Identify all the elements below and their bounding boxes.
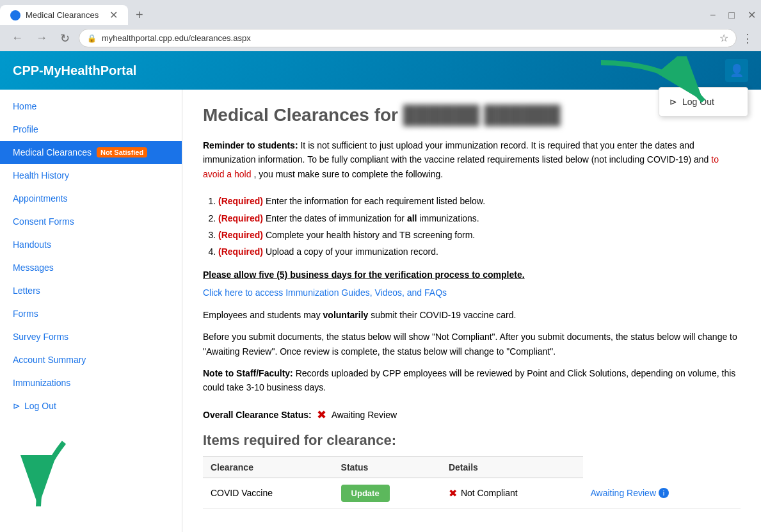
sidebar-item-label: Messages [13, 262, 54, 273]
reminder-paragraph: Reminder to students: It is not sufficie… [203, 138, 741, 181]
update-button[interactable]: Update [341, 485, 390, 502]
sidebar-item-home[interactable]: Home [0, 95, 182, 118]
requirements-list: (Required) Enter the information for eac… [218, 194, 741, 259]
refresh-button[interactable]: ↻ [56, 30, 74, 47]
sidebar-item-label: Account Summary [13, 355, 86, 365]
overall-status-icon: ✖ [317, 408, 326, 422]
user-avatar-icon: 👤 [730, 63, 744, 77]
staff-note-paragraph: Note to Staff/Faculty: Records uploaded … [203, 366, 741, 395]
page-title-name: ██████ ██████ [403, 105, 561, 125]
back-button[interactable]: ← [8, 30, 27, 46]
items-required-title: Items required for clearance: [203, 432, 741, 449]
requirement-text: Enter the dates of immunization for all … [263, 213, 479, 223]
covid-voluntarily: voluntarily [323, 310, 369, 320]
sidebar-item-account-summary[interactable]: Account Summary [0, 348, 182, 371]
sidebar-item-forms[interactable]: Forms [0, 302, 182, 325]
new-tab-button[interactable]: + [128, 8, 151, 22]
reminder-box: Reminder to students: It is not sufficie… [203, 138, 741, 181]
overall-status-value: Awaiting Review [332, 410, 397, 420]
requirement-text: Complete your health history and TB scre… [263, 230, 475, 240]
info-icon: i [659, 488, 669, 498]
staff-note-bold: Note to Staff/Faculty: [203, 368, 293, 378]
sidebar-item-survey-forms[interactable]: Survey Forms [0, 325, 182, 348]
close-button[interactable]: ✕ [742, 8, 761, 22]
sidebar-item-medical-clearances[interactable]: Medical ClearancesNot Satisfied [0, 141, 182, 164]
sidebar-item-label: Home [13, 101, 36, 111]
sidebar-item-messages[interactable]: Messages [0, 256, 182, 279]
sidebar-item-label: Medical Clearances [13, 147, 92, 157]
immunization-link[interactable]: Click here to access Immunization Guides… [203, 287, 447, 298]
forward-button[interactable]: → [32, 30, 51, 46]
overall-status-label: Overall Clearance Status: [203, 410, 312, 420]
sidebar-item-handouts[interactable]: Handouts [0, 233, 182, 256]
reminder-suffix: , you must make sure to complete the fol… [253, 169, 443, 179]
dropdown-menu: ⊳ Log Out [659, 87, 748, 117]
table-row: COVID VaccineUpdate✖Not CompliantAwaitin… [203, 478, 741, 508]
logout-dropdown-item[interactable]: ⊳ Log Out [659, 90, 748, 113]
clearance-status-cell: ✖Not Compliant [441, 478, 583, 508]
clearance-table: Clearance Status Details COVID VaccineUp… [203, 456, 741, 509]
sidebar-item-appointments[interactable]: Appointments [0, 187, 182, 210]
covid-text-after: submit their COVID-19 vaccine card. [371, 310, 516, 320]
address-bar[interactable]: 🔒 myhealthportal.cpp.edu/clearances.aspx… [79, 29, 737, 47]
requirement-text: Enter the information for each requireme… [263, 196, 485, 206]
logout-dropdown-icon: ⊳ [669, 97, 677, 107]
url-text: myhealthportal.cpp.edu/clearances.aspx [102, 33, 714, 43]
covid-text-before: Employees and students may [203, 310, 323, 320]
covid-paragraph: Employees and students may voluntarily s… [203, 308, 741, 322]
clearance-update-cell: Update [333, 478, 441, 508]
active-tab[interactable]: Medical Clearances ✕ [0, 5, 128, 25]
important-notice: Please allow five (5) business days for … [203, 270, 741, 280]
logout-sidebar-icon: ⊳ [13, 401, 20, 411]
sidebar: HomeProfileMedical ClearancesNot Satisfi… [0, 90, 182, 532]
col-status: Status [333, 456, 441, 478]
sidebar-item-immunizations[interactable]: Immunizations [0, 371, 182, 394]
clearance-name: COVID Vaccine [203, 478, 333, 508]
browser-menu-button[interactable]: ⋮ [742, 31, 753, 45]
overall-status: Overall Clearance Status: ✖ Awaiting Rev… [203, 408, 741, 422]
logout-dropdown-label: Log Out [682, 97, 714, 107]
tab-close-button[interactable]: ✕ [109, 9, 118, 21]
requirement-item-1: (Required) Enter the information for eac… [218, 194, 741, 208]
page-title-prefix: Medical Clearances for [203, 105, 398, 125]
col-details: Details [441, 456, 583, 478]
sidebar-item-label: Immunizations [13, 378, 70, 388]
status-text: Not Compliant [461, 488, 518, 498]
logout-sidebar-item[interactable]: ⊳ Log Out [0, 394, 182, 417]
sidebar-item-label: Health History [13, 170, 69, 181]
sidebar-item-consent-forms[interactable]: Consent Forms [0, 210, 182, 233]
sidebar-item-label: Survey Forms [13, 332, 68, 342]
sidebar-item-label: Letters [13, 286, 40, 296]
sidebar-item-label: Profile [13, 124, 38, 134]
requirement-item-4: (Required) Upload a copy of your immuniz… [218, 245, 741, 259]
maximize-button[interactable]: □ [723, 8, 740, 22]
requirement-item-3: (Required) Complete your health history … [218, 228, 741, 242]
app-body: HomeProfileMedical ClearancesNot Satisfi… [0, 90, 761, 532]
table-header-row: Clearance Status Details [203, 456, 741, 478]
lock-icon: 🔒 [87, 34, 97, 43]
sidebar-item-profile[interactable]: Profile [0, 118, 182, 141]
status-x-icon: ✖ [449, 487, 457, 499]
tab-favicon [10, 10, 20, 20]
requirement-item-2: (Required) Enter the dates of immunizati… [218, 211, 741, 225]
logout-sidebar-label: Log Out [24, 401, 56, 411]
sidebar-item-letters[interactable]: Letters [0, 279, 182, 302]
required-label: (Required) [218, 230, 263, 240]
not-satisfied-badge: Not Satisfied [97, 147, 147, 157]
col-clearance: Clearance [203, 456, 333, 478]
tab-title: Medical Clearances [26, 10, 104, 20]
bookmark-icon[interactable]: ☆ [719, 32, 728, 44]
clearance-details-cell: Awaiting Review i [583, 478, 741, 508]
sidebar-item-health-history[interactable]: Health History [0, 164, 182, 187]
status-change-paragraph: Before you submit documents, the status … [203, 330, 741, 359]
requirement-text: Upload a copy of your immunization recor… [263, 246, 438, 257]
required-label: (Required) [218, 196, 263, 206]
main-content: Medical Clearances for ██████ ██████ Rem… [182, 90, 761, 532]
user-icon-button[interactable]: 👤 [725, 59, 748, 82]
sidebar-item-label: Consent Forms [13, 216, 74, 227]
details-link[interactable]: Awaiting Review i [591, 488, 733, 498]
required-label: (Required) [218, 213, 263, 223]
minimize-button[interactable]: − [705, 8, 721, 22]
sidebar-item-label: Appointments [13, 193, 68, 204]
bottom-arrow-annotation [13, 436, 115, 519]
